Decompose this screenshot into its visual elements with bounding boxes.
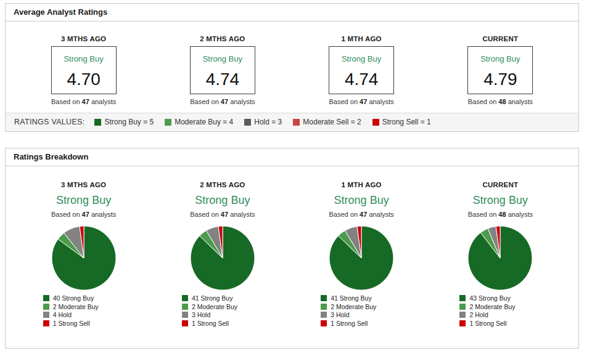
rating-label: Strong Buy <box>14 194 153 207</box>
legend-swatch-icon <box>182 320 188 326</box>
rating-value: 4.79 <box>468 71 532 88</box>
pie-legend-label: 2 Moderate Buy <box>469 304 515 310</box>
rating-label: Strong Buy <box>292 194 431 207</box>
pie-legend-row: 3 Hold <box>182 312 263 318</box>
pie-legend-row: 41 Strong Buy <box>182 295 263 302</box>
analyst-count: 48 <box>498 211 506 218</box>
legend-swatch-icon <box>182 312 188 318</box>
pie-legend-label: 40 Strong Buy <box>53 295 94 302</box>
ratings-breakdown-columns: 3 MTHS AGO Strong Buy Based on 47 analys… <box>6 166 578 348</box>
pie-legend: 41 Strong Buy 2 Moderate Buy 3 Hold 1 St… <box>182 295 263 326</box>
legend-swatch-icon <box>321 312 327 318</box>
based-on-text: Based on 47 analysts <box>153 98 292 105</box>
pie-legend-label: 2 Hold <box>469 312 488 318</box>
pie-chart-container <box>153 225 292 291</box>
legend-swatch-icon <box>321 304 327 310</box>
period-label: 2 MTHS AGO <box>153 181 292 188</box>
pie-legend-label: 3 Hold <box>331 312 349 318</box>
based-on-suffix: analysts <box>508 98 533 105</box>
based-on-prefix: Based on <box>468 98 496 105</box>
pie-legend-label: 43 Strong Buy <box>469 295 511 302</box>
based-on-suffix: analysts <box>369 98 393 105</box>
period-label: CURRENT <box>431 181 570 188</box>
based-on-prefix: Based on <box>51 211 80 218</box>
average-ratings-columns: 3 MTHS AGO Strong Buy 4.70 Based on 47 a… <box>6 22 578 113</box>
legend-swatch-icon <box>43 295 49 301</box>
pie-legend-row: 2 Moderate Buy <box>459 304 541 310</box>
pie-legend-label: 2 Moderate Buy <box>53 304 99 310</box>
pie-legend-row: 4 Hold <box>43 312 125 318</box>
legend-item-label: Strong Buy = 5 <box>104 118 154 126</box>
rating-label: Strong Buy <box>468 54 532 63</box>
legend-swatch-icon <box>182 295 188 301</box>
rating-label: Strong Buy <box>191 54 255 63</box>
legend-swatch-icon <box>293 119 300 126</box>
ratings-values-legend-item: Moderate Buy = 4 <box>165 118 233 126</box>
rating-value: 4.74 <box>191 71 255 88</box>
rating-box: Strong Buy 4.74 <box>190 46 255 94</box>
pie-legend-label: 1 Strong Sell <box>53 320 90 327</box>
rating-box: Strong Buy 4.70 <box>51 46 117 94</box>
based-on-prefix: Based on <box>329 98 358 105</box>
period-label: 3 MTHS AGO <box>14 181 153 188</box>
pie-legend-row: 2 Moderate Buy <box>43 304 125 310</box>
based-on-text: Based on 47 analysts <box>292 98 431 105</box>
pie-legend-label: 2 Moderate Buy <box>192 304 237 310</box>
pie-chart <box>329 225 394 291</box>
based-on-prefix: Based on <box>329 211 358 218</box>
based-on-suffix: analysts <box>91 98 116 105</box>
legend-swatch-icon <box>459 312 466 318</box>
pie-legend-row: 2 Moderate Buy <box>321 304 402 310</box>
rating-label: Strong Buy <box>153 194 292 207</box>
analyst-count: 47 <box>360 211 367 218</box>
pie-chart <box>51 225 117 291</box>
pie-legend-row: 2 Moderate Buy <box>182 304 263 310</box>
legend-swatch-icon <box>43 312 49 318</box>
legend-swatch-icon <box>43 320 49 326</box>
ratings-values-legend-item: Hold = 3 <box>244 118 282 126</box>
analyst-count: 48 <box>498 98 506 105</box>
based-on-text: Based on 47 analysts <box>14 98 153 105</box>
pie-legend: 41 Strong Buy 2 Moderate Buy 3 Hold 1 St… <box>321 295 402 326</box>
period-label: 2 MTHS AGO <box>153 35 292 42</box>
based-on-text: Based on 47 analysts <box>153 211 292 218</box>
average-rating-column: CURRENT Strong Buy 4.79 Based on 48 anal… <box>431 35 570 105</box>
pie-legend-row: 2 Hold <box>459 312 541 318</box>
pie-legend-label: 1 Strong Sell <box>469 320 506 327</box>
based-on-prefix: Based on <box>190 211 218 218</box>
analyst-count: 47 <box>221 98 228 105</box>
pie-legend-row: 1 Strong Sell <box>321 320 402 327</box>
analyst-count: 47 <box>82 211 89 218</box>
analyst-count: 47 <box>221 211 228 218</box>
based-on-suffix: analysts <box>369 211 393 218</box>
average-rating-column: 2 MTHS AGO Strong Buy 4.74 Based on 47 a… <box>153 35 292 105</box>
legend-swatch-icon <box>321 295 327 301</box>
based-on-prefix: Based on <box>190 98 218 105</box>
ratings-breakdown-panel: Ratings Breakdown 3 MTHS AGO Strong Buy … <box>5 148 579 349</box>
ratings-breakdown-column: CURRENT Strong Buy Based on 48 analysts … <box>431 181 570 328</box>
ratings-values-items: Strong Buy = 5 Moderate Buy = 4 Hold = 3… <box>94 118 442 126</box>
legend-swatch-icon <box>321 320 327 326</box>
rating-box: Strong Buy 4.79 <box>467 46 533 94</box>
pie-legend: 40 Strong Buy 2 Moderate Buy 4 Hold 1 St… <box>43 295 125 326</box>
based-on-prefix: Based on <box>468 211 496 218</box>
rating-box: Strong Buy 4.74 <box>329 46 394 94</box>
based-on-text: Based on 47 analysts <box>14 211 153 218</box>
ratings-values-legend-item: Strong Sell = 1 <box>372 118 431 126</box>
ratings-values-legend-item: Strong Buy = 5 <box>94 118 154 126</box>
legend-item-label: Moderate Sell = 2 <box>303 118 361 126</box>
ratings-values-legend-bar: RATINGS VALUES: Strong Buy = 5 Moderate … <box>6 113 578 131</box>
based-on-text: Based on 48 analysts <box>431 211 570 218</box>
rating-value: 4.70 <box>52 71 116 88</box>
pie-legend-label: 2 Moderate Buy <box>331 304 376 310</box>
based-on-suffix: analysts <box>508 211 533 218</box>
pie-legend-label: 4 Hold <box>53 312 72 318</box>
analyst-count: 47 <box>82 98 89 105</box>
rating-label: Strong Buy <box>52 54 116 63</box>
pie-legend-row: 1 Strong Sell <box>182 320 263 327</box>
period-label: CURRENT <box>431 35 570 42</box>
pie-legend-row: 1 Strong Sell <box>459 320 541 327</box>
legend-swatch-icon <box>459 320 466 326</box>
rating-value: 4.74 <box>329 71 393 88</box>
based-on-text: Based on 48 analysts <box>431 98 570 105</box>
